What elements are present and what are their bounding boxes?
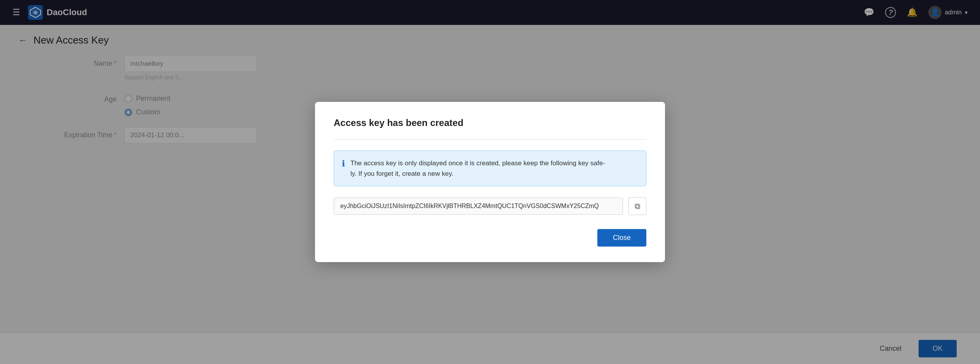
close-button[interactable]: Close bbox=[597, 229, 646, 247]
info-box: ℹ The access key is only displayed once … bbox=[334, 150, 646, 186]
modal-divider bbox=[334, 139, 646, 140]
modal-overlay: Access key has been created ℹ The access… bbox=[0, 0, 980, 364]
key-field: eyJhbGciOiJSUzI1NiIsImtpZCI6IkRKVjlBTHRB… bbox=[334, 198, 623, 215]
copy-icon: ⧉ bbox=[635, 202, 640, 211]
info-icon: ℹ bbox=[342, 159, 345, 169]
modal-dialog: Access key has been created ℹ The access… bbox=[315, 102, 665, 262]
copy-button[interactable]: ⧉ bbox=[628, 197, 646, 215]
modal-footer: Close bbox=[334, 229, 646, 247]
modal-title: Access key has been created bbox=[334, 117, 646, 128]
key-row: eyJhbGciOiJSUzI1NiIsImtpZCI6IkRKVjlBTHRB… bbox=[334, 197, 646, 215]
info-text: The access key is only displayed once it… bbox=[350, 158, 605, 179]
